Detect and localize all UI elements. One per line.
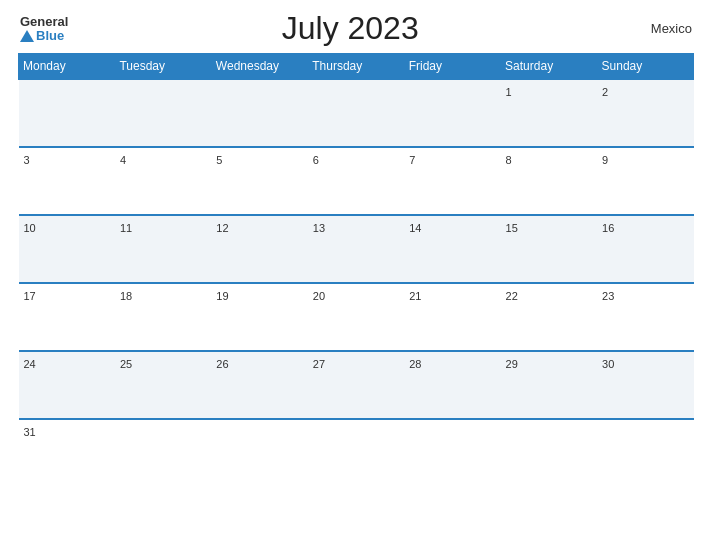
- calendar-cell: 1: [501, 79, 597, 147]
- day-number: 25: [120, 358, 132, 370]
- day-number: 3: [24, 154, 30, 166]
- calendar-cell: [115, 79, 211, 147]
- calendar-cell: [501, 419, 597, 487]
- day-header-friday: Friday: [404, 54, 500, 80]
- calendar-header-row: MondayTuesdayWednesdayThursdayFridaySatu…: [19, 54, 694, 80]
- day-number: 2: [602, 86, 608, 98]
- calendar-cell: 11: [115, 215, 211, 283]
- day-number: 4: [120, 154, 126, 166]
- day-number: 27: [313, 358, 325, 370]
- day-number: 30: [602, 358, 614, 370]
- logo: General Blue: [20, 15, 68, 42]
- calendar-cell: [308, 79, 404, 147]
- calendar-cell: 25: [115, 351, 211, 419]
- calendar-cell: 17: [19, 283, 115, 351]
- day-number: 8: [506, 154, 512, 166]
- calendar-cell: 14: [404, 215, 500, 283]
- calendar-container: MondayTuesdayWednesdayThursdayFridaySatu…: [0, 53, 712, 550]
- day-number: 24: [24, 358, 36, 370]
- day-number: 10: [24, 222, 36, 234]
- calendar-week-row: 3456789: [19, 147, 694, 215]
- calendar-cell: [308, 419, 404, 487]
- day-number: 1: [506, 86, 512, 98]
- day-header-thursday: Thursday: [308, 54, 404, 80]
- calendar-week-row: 17181920212223: [19, 283, 694, 351]
- calendar-cell: 28: [404, 351, 500, 419]
- calendar-cell: 31: [19, 419, 115, 487]
- calendar-cell: 12: [211, 215, 307, 283]
- day-number: 20: [313, 290, 325, 302]
- calendar-cell: 9: [597, 147, 693, 215]
- calendar-cell: 27: [308, 351, 404, 419]
- calendar-cell: [115, 419, 211, 487]
- day-number: 7: [409, 154, 415, 166]
- calendar-cell: [404, 79, 500, 147]
- calendar-cell: 24: [19, 351, 115, 419]
- day-number: 31: [24, 426, 36, 438]
- country-label: Mexico: [632, 21, 692, 36]
- calendar-cell: 19: [211, 283, 307, 351]
- calendar-title: July 2023: [68, 10, 632, 47]
- logo-triangle-icon: [20, 30, 34, 42]
- day-number: 22: [506, 290, 518, 302]
- calendar-cell: 7: [404, 147, 500, 215]
- calendar-week-row: 31: [19, 419, 694, 487]
- calendar-cell: 20: [308, 283, 404, 351]
- calendar-cell: 8: [501, 147, 597, 215]
- calendar-cell: 10: [19, 215, 115, 283]
- calendar-cell: 18: [115, 283, 211, 351]
- calendar-cell: 6: [308, 147, 404, 215]
- calendar-cell: 5: [211, 147, 307, 215]
- day-header-monday: Monday: [19, 54, 115, 80]
- day-number: 18: [120, 290, 132, 302]
- day-header-sunday: Sunday: [597, 54, 693, 80]
- calendar-cell: 3: [19, 147, 115, 215]
- calendar-cell: 16: [597, 215, 693, 283]
- day-number: 14: [409, 222, 421, 234]
- day-number: 17: [24, 290, 36, 302]
- day-number: 11: [120, 222, 132, 234]
- calendar-cell: 15: [501, 215, 597, 283]
- calendar-cell: [404, 419, 500, 487]
- calendar-cell: [211, 79, 307, 147]
- calendar-cell: [19, 79, 115, 147]
- day-number: 16: [602, 222, 614, 234]
- logo-blue-text: Blue: [36, 29, 64, 42]
- day-number: 13: [313, 222, 325, 234]
- day-number: 5: [216, 154, 222, 166]
- day-header-saturday: Saturday: [501, 54, 597, 80]
- logo-general-text: General: [20, 15, 68, 29]
- day-number: 23: [602, 290, 614, 302]
- calendar-table: MondayTuesdayWednesdayThursdayFridaySatu…: [18, 53, 694, 487]
- calendar-cell: 30: [597, 351, 693, 419]
- calendar-cell: 4: [115, 147, 211, 215]
- calendar-cell: 26: [211, 351, 307, 419]
- day-number: 9: [602, 154, 608, 166]
- calendar-cell: 23: [597, 283, 693, 351]
- calendar-week-row: 10111213141516: [19, 215, 694, 283]
- day-number: 26: [216, 358, 228, 370]
- calendar-cell: [597, 419, 693, 487]
- calendar-cell: 29: [501, 351, 597, 419]
- day-number: 19: [216, 290, 228, 302]
- calendar-cell: 13: [308, 215, 404, 283]
- calendar-cell: 22: [501, 283, 597, 351]
- calendar-week-row: 12: [19, 79, 694, 147]
- day-number: 6: [313, 154, 319, 166]
- page-header: General Blue July 2023 Mexico: [0, 0, 712, 53]
- day-number: 28: [409, 358, 421, 370]
- calendar-cell: 2: [597, 79, 693, 147]
- calendar-cell: [211, 419, 307, 487]
- day-number: 29: [506, 358, 518, 370]
- logo-blue-row: Blue: [20, 29, 64, 42]
- calendar-cell: 21: [404, 283, 500, 351]
- day-number: 12: [216, 222, 228, 234]
- calendar-week-row: 24252627282930: [19, 351, 694, 419]
- day-header-tuesday: Tuesday: [115, 54, 211, 80]
- day-header-wednesday: Wednesday: [211, 54, 307, 80]
- day-number: 21: [409, 290, 421, 302]
- day-number: 15: [506, 222, 518, 234]
